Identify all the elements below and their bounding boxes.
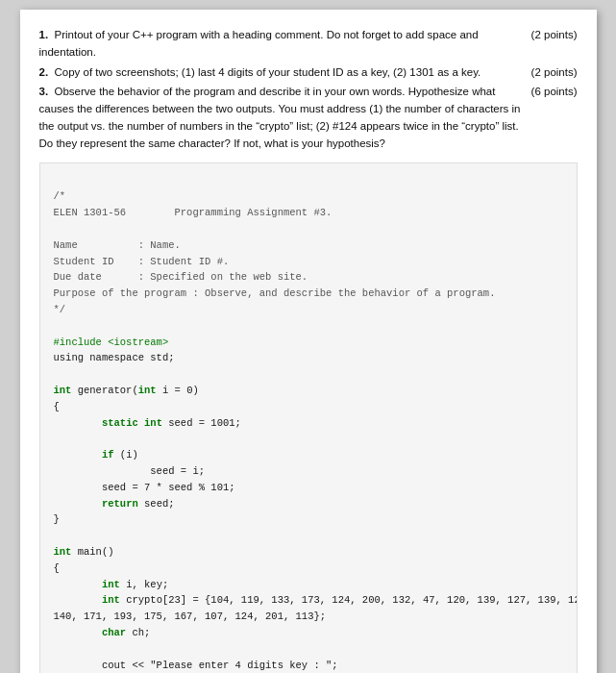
instruction-item-2: 2. Copy of two screenshots; (1) last 4 d… (39, 64, 578, 82)
instruction-item-3: 3. Observe the behavior of the program a… (39, 84, 578, 152)
instruction-3-num: 3. (39, 86, 49, 97)
generator-function: int generator(int i = 0) { static int se… (54, 385, 241, 525)
instruction-3-points: (6 points) (522, 84, 578, 101)
instruction-2-num: 2. (39, 66, 49, 78)
instruction-1-points: (2 points) (522, 27, 578, 62)
instructions-section: 1. Printout of your C++ program with a h… (39, 27, 578, 153)
instruction-2-points: (2 points) (522, 64, 578, 82)
page: 1. Printout of your C++ program with a h… (20, 10, 597, 673)
code-block: /* ELEN 1301-56 Programming Assignment #… (39, 162, 578, 673)
instruction-item-1: 1. Printout of your C++ program with a h… (39, 27, 578, 62)
include-directive: #include <iostream> (54, 336, 169, 348)
instruction-1-text: 1. Printout of your C++ program with a h… (39, 27, 522, 62)
header-comment: /* ELEN 1301-56 Programming Assignment #… (54, 190, 496, 315)
using-namespace: using namespace std; (54, 352, 175, 363)
main-function: int main() { int i, key; int crypto[23] … (54, 546, 578, 673)
instruction-3-text: 3. Observe the behavior of the program a… (39, 84, 522, 152)
instruction-2-text: 2. Copy of two screenshots; (1) last 4 d… (39, 64, 522, 82)
instruction-1-num: 1. (39, 29, 49, 40)
